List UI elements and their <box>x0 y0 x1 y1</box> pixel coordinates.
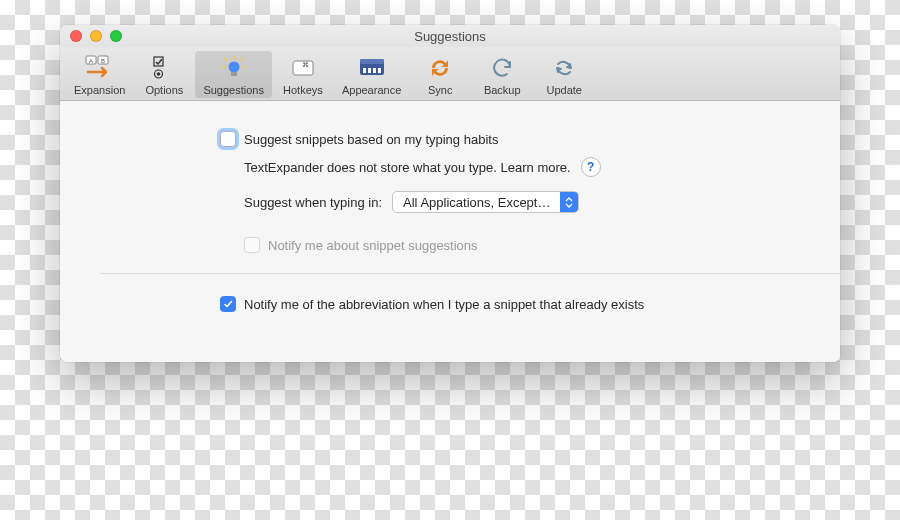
content-pane: Suggest snippets based on my typing habi… <box>60 101 840 362</box>
suggest-when-label: Suggest when typing in: <box>244 195 382 210</box>
svg-text:B: B <box>101 58 105 64</box>
privacy-note: TextExpander does not store what you typ… <box>244 160 571 175</box>
toolbar: AB Expansion Options Suggestions ⌘ Hotke… <box>60 47 840 101</box>
tab-options[interactable]: Options <box>133 51 195 98</box>
tab-suggestions[interactable]: Suggestions <box>195 51 272 98</box>
tab-label: Update <box>547 84 582 96</box>
svg-line-13 <box>241 58 243 60</box>
preferences-window: Suggestions AB Expansion Options Suggest… <box>60 25 840 362</box>
svg-line-12 <box>225 58 227 60</box>
suggest-checkbox[interactable] <box>220 131 236 147</box>
sync-icon <box>424 54 456 82</box>
window-title: Suggestions <box>70 29 830 44</box>
chevron-updown-icon <box>560 192 578 212</box>
zoom-button[interactable] <box>110 30 122 42</box>
svg-text:A: A <box>89 58 93 64</box>
tab-expansion[interactable]: AB Expansion <box>66 51 133 98</box>
svg-rect-4 <box>154 57 163 66</box>
svg-rect-19 <box>368 68 371 73</box>
hotkeys-icon: ⌘ <box>287 54 319 82</box>
tab-label: Options <box>145 84 183 96</box>
notify-suggestions-checkbox <box>244 237 260 253</box>
svg-point-6 <box>157 72 161 76</box>
minimize-button[interactable] <box>90 30 102 42</box>
options-icon <box>148 54 180 82</box>
lightbulb-icon <box>218 54 250 82</box>
backup-icon <box>486 54 518 82</box>
svg-rect-17 <box>360 59 384 64</box>
tab-label: Suggestions <box>203 84 264 96</box>
svg-rect-18 <box>363 68 366 73</box>
titlebar: Suggestions <box>60 25 840 47</box>
traffic-lights <box>70 30 122 42</box>
tab-update[interactable]: Update <box>533 51 595 98</box>
tab-label: Hotkeys <box>283 84 323 96</box>
svg-rect-20 <box>373 68 376 73</box>
tab-label: Backup <box>484 84 521 96</box>
tab-backup[interactable]: Backup <box>471 51 533 98</box>
svg-rect-8 <box>231 72 237 76</box>
tab-sync[interactable]: Sync <box>409 51 471 98</box>
tab-label: Expansion <box>74 84 125 96</box>
expansion-icon: AB <box>84 54 116 82</box>
notify-abbrev-checkbox[interactable] <box>220 296 236 312</box>
help-button[interactable]: ? <box>581 157 601 177</box>
notify-abbrev-label: Notify me of the abbreviation when I typ… <box>244 297 644 312</box>
update-icon <box>548 54 580 82</box>
select-value: All Applications, Except… <box>393 195 560 210</box>
tab-label: Sync <box>428 84 452 96</box>
appearance-icon <box>356 54 388 82</box>
tab-appearance[interactable]: Appearance <box>334 51 409 98</box>
notify-suggestions-label: Notify me about snippet suggestions <box>268 238 478 253</box>
svg-text:⌘: ⌘ <box>302 61 309 68</box>
svg-rect-21 <box>378 68 381 73</box>
suggest-label: Suggest snippets based on my typing habi… <box>244 132 498 147</box>
tab-hotkeys[interactable]: ⌘ Hotkeys <box>272 51 334 98</box>
close-button[interactable] <box>70 30 82 42</box>
svg-point-7 <box>228 62 239 73</box>
suggest-when-select[interactable]: All Applications, Except… <box>392 191 579 213</box>
tab-label: Appearance <box>342 84 401 96</box>
divider <box>100 273 840 274</box>
